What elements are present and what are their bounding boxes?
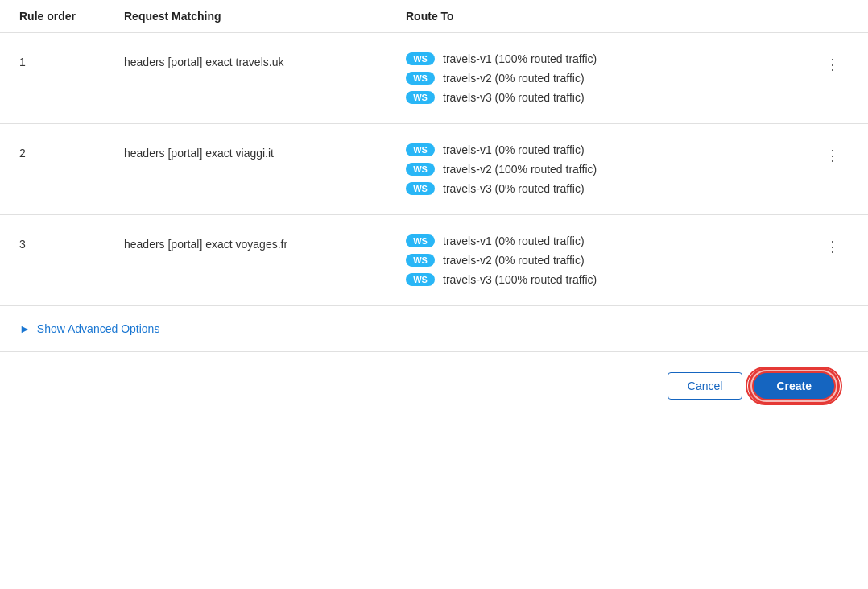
rule-order-cell: 2 (19, 143, 124, 160)
ws-badge: WS (406, 234, 435, 247)
more-options-icon[interactable]: ⋮ (816, 143, 849, 164)
table-row: 3headers [portal] exact voyages.frWStrav… (0, 215, 868, 306)
route-to-cell: WStravels-v1 (0% routed traffic)WStravel… (406, 234, 816, 286)
route-item: WStravels-v3 (0% routed traffic) (406, 182, 816, 195)
chevron-right-icon: ► (19, 322, 31, 335)
create-button-wrapper: Create (752, 371, 836, 400)
table-row: 1headers [portal] exact travels.ukWStrav… (0, 33, 868, 124)
request-matching-cell: headers [portal] exact voyages.fr (124, 234, 406, 251)
create-button[interactable]: Create (752, 371, 836, 400)
ws-badge: WS (406, 72, 435, 85)
route-label: travels-v2 (0% routed traffic) (443, 254, 585, 267)
table-body: 1headers [portal] exact travels.ukWStrav… (0, 33, 868, 306)
route-label: travels-v1 (0% routed traffic) (443, 234, 585, 247)
rule-order-cell: 3 (19, 234, 124, 251)
route-item: WStravels-v2 (0% routed traffic) (406, 72, 816, 85)
more-options-icon[interactable]: ⋮ (816, 52, 849, 73)
request-matching-cell: headers [portal] exact viaggi.it (124, 143, 406, 160)
table-header: Rule order Request Matching Route To (0, 0, 868, 33)
route-item: WStravels-v3 (0% routed traffic) (406, 91, 816, 104)
ws-badge: WS (406, 273, 435, 286)
route-label: travels-v3 (0% routed traffic) (443, 91, 585, 104)
col-rule-order: Rule order (19, 10, 124, 23)
ws-badge: WS (406, 163, 435, 176)
table-row: 2headers [portal] exact viaggi.itWStrave… (0, 124, 868, 215)
rule-order-cell: 1 (19, 52, 124, 68)
route-to-cell: WStravels-v1 (100% routed traffic)WStrav… (406, 52, 816, 104)
route-label: travels-v1 (100% routed traffic) (443, 52, 597, 65)
route-item: WStravels-v3 (100% routed traffic) (406, 273, 816, 286)
advanced-options-section: ► Show Advanced Options (0, 306, 868, 352)
footer-actions: Cancel Create (0, 352, 868, 420)
route-item: WStravels-v2 (0% routed traffic) (406, 254, 816, 267)
col-request-matching: Request Matching (124, 10, 406, 23)
route-label: travels-v1 (0% routed traffic) (443, 143, 585, 156)
request-matching-cell: headers [portal] exact travels.uk (124, 52, 406, 68)
route-item: WStravels-v2 (100% routed traffic) (406, 163, 816, 176)
routing-rules-table: Rule order Request Matching Route To 1he… (0, 0, 868, 589)
ws-badge: WS (406, 91, 435, 104)
route-label: travels-v2 (100% routed traffic) (443, 163, 597, 176)
ws-badge: WS (406, 182, 435, 195)
ws-badge: WS (406, 143, 435, 156)
route-label: travels-v3 (0% routed traffic) (443, 182, 585, 195)
route-label: travels-v3 (100% routed traffic) (443, 273, 597, 286)
show-advanced-options-link[interactable]: Show Advanced Options (37, 322, 160, 335)
route-item: WStravels-v1 (0% routed traffic) (406, 234, 816, 247)
route-item: WStravels-v1 (0% routed traffic) (406, 143, 816, 156)
ws-badge: WS (406, 254, 435, 267)
col-route-to: Route To (406, 10, 849, 23)
route-item: WStravels-v1 (100% routed traffic) (406, 52, 816, 65)
route-to-cell: WStravels-v1 (0% routed traffic)WStravel… (406, 143, 816, 195)
cancel-button[interactable]: Cancel (668, 372, 743, 400)
route-label: travels-v2 (0% routed traffic) (443, 72, 585, 85)
more-options-icon[interactable]: ⋮ (816, 234, 849, 255)
ws-badge: WS (406, 52, 435, 65)
